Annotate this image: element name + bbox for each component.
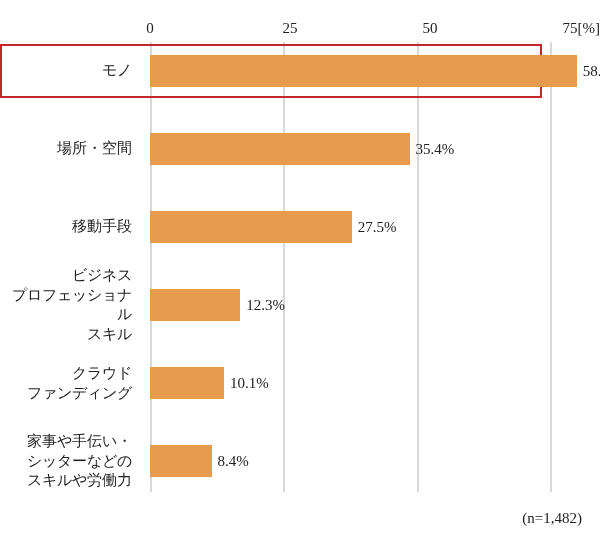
bar-row: モノ 58.2%	[0, 36, 550, 106]
bar-row: 移動手段 27.5%	[0, 192, 550, 262]
sample-size-note: (n=1,482)	[522, 510, 582, 527]
value-label: 58.2%	[583, 63, 600, 80]
x-tick: 75	[563, 20, 578, 37]
bar: 35.4%	[150, 133, 410, 165]
category-label: ビジネスプロフェッショナルスキル	[0, 266, 140, 344]
bar: 27.5%	[150, 211, 352, 243]
bar-chart: 0 25 50 75 [%] モノ 58.2% 場所・空間 35.4% 移動手段	[0, 0, 600, 535]
gridline	[150, 42, 152, 492]
category-label: 家事や手伝い・シッターなどのスキルや労働力	[0, 432, 140, 491]
x-tick: 0	[146, 20, 154, 37]
gridline	[550, 42, 552, 492]
bar: 58.2%	[150, 55, 577, 87]
category-label: モノ	[0, 61, 140, 81]
x-axis-unit: [%]	[578, 20, 601, 37]
value-label: 12.3%	[246, 297, 285, 314]
x-tick: 25	[282, 20, 297, 37]
bar: 12.3%	[150, 289, 240, 321]
bar: 8.4%	[150, 445, 212, 477]
gridline	[283, 42, 285, 492]
bar-row: クラウドファンディング 10.1%	[0, 348, 550, 418]
category-label: 場所・空間	[0, 139, 140, 159]
bar-row: 場所・空間 35.4%	[0, 114, 550, 184]
gridline	[417, 42, 419, 492]
value-label: 8.4%	[218, 453, 249, 470]
bar-row: ビジネスプロフェッショナルスキル 12.3%	[0, 270, 550, 340]
plot-area: モノ 58.2% 場所・空間 35.4% 移動手段 27.5% ビジネスプロフェ…	[150, 42, 550, 492]
x-tick: 50	[422, 20, 437, 37]
value-label: 35.4%	[416, 141, 455, 158]
value-label: 27.5%	[358, 219, 397, 236]
bar-row: 家事や手伝い・シッターなどのスキルや労働力 8.4%	[0, 426, 550, 496]
value-label: 10.1%	[230, 375, 269, 392]
category-label: クラウドファンディング	[0, 364, 140, 403]
category-label: 移動手段	[0, 217, 140, 237]
bar: 10.1%	[150, 367, 224, 399]
